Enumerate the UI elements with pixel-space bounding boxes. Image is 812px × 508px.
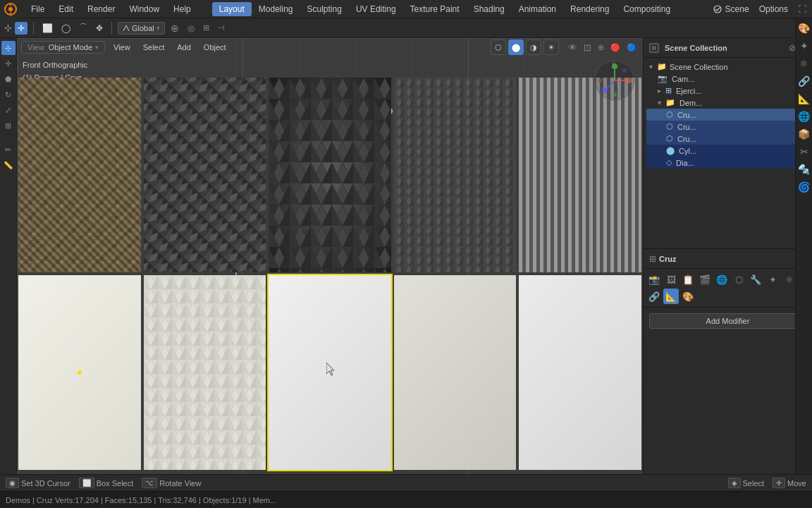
side-icon-obj2[interactable]: 📦 [796,126,812,142]
outliner-item-scene-coll[interactable]: ▾ 📁 Scene Collection 👁 [646,61,809,73]
texture-cell-9[interactable] [517,274,643,471]
menu-window[interactable]: Window [122,2,166,16]
tab-compositing[interactable]: Compositing [616,2,677,16]
select-tool-btn[interactable]: ⊹ [1,41,16,55]
snap-toggle[interactable]: ⊕ [168,23,182,34]
texture-cell-7-selected[interactable] [267,274,393,471]
scene-selector[interactable]: Scene [713,4,749,14]
proportional-edit[interactable]: ◎ [185,23,197,33]
outliner-item-ejerci[interactable]: ▸ ⊞ Ejerci... 👁 [646,85,809,97]
snapping-btn[interactable]: 🔴 [608,43,622,52]
prop-icon-render[interactable]: 📸 [646,272,662,287]
menu-help[interactable]: Help [166,2,198,16]
viewport-shading-group: ⬡ ⬤ ◑ ☀ 👁 ⊡ ⊕ 🔴 🔵 [491,40,639,55]
texture-cell-2[interactable] [267,76,393,274]
texture-cell-1[interactable] [142,76,268,274]
select-mode-icon[interactable]: ⊹ [4,23,12,33]
viewport-overlay-btn[interactable]: 👁 [566,42,579,53]
prop-icon-particles[interactable]: ✦ [765,272,780,287]
prop-icon-scene[interactable]: 🎬 [697,272,713,287]
cru2-label: Cru... [677,123,796,131]
outliner-item-cru1[interactable]: ⬡ Cru... 👁 [646,109,809,121]
proportional-btn[interactable]: 🔵 [625,43,639,52]
prop-icon-constraints[interactable]: 🔗 [646,289,662,304]
options-btn[interactable]: Options [753,2,794,16]
prop-icon-output[interactable]: 🖼 [663,272,679,287]
viewport-mode-selector[interactable]: View Object Mode ▾ [21,41,105,54]
vp-object-btn[interactable]: Object [199,42,230,53]
rotate-icon-btn[interactable]: ↻ [1,87,16,102]
side-icon-constraints[interactable]: 🔗 [796,73,812,89]
prop-icon-data[interactable]: 📐 [663,289,679,304]
prop-icon-world[interactable]: 🌐 [714,272,730,287]
menu-file[interactable]: File [24,2,51,16]
mirror-toggle[interactable]: ⊣ [215,23,228,32]
grab-tool[interactable]: ✥ [93,22,106,35]
texture-cell-0[interactable] [17,76,142,274]
tab-rendering[interactable]: Rendering [563,2,616,16]
right-panel: Scene Collection ⊘ ≡ ▾ 📁 Scene Collectio… [643,38,812,474]
prop-icon-modifier[interactable]: 🔧 [748,272,763,287]
side-icon-particles[interactable]: ✦ [796,38,812,54]
side-icon-material[interactable]: 🌐 [796,109,812,124]
side-icon-paint[interactable]: 🎨 [796,20,812,36]
cursor-tool[interactable]: ✛ [15,22,27,35]
side-icon-uv[interactable]: ✂ [796,144,812,159]
circle-select-tool[interactable]: ◯ [59,22,73,35]
outliner-item-cyl[interactable]: ⬤ Cyl... 👁 [646,145,809,157]
add-modifier-btn[interactable]: Add Modifier [649,313,806,329]
side-icon-scene2[interactable]: 🔩 [796,162,812,177]
prop-icon-material[interactable]: 🎨 [680,289,696,304]
render-btn[interactable]: ☀ [543,40,559,55]
move-hint: ✛ Move [773,478,806,488]
svg-point-35 [612,64,617,69]
cursor-icon-btn[interactable]: ✛ [1,56,16,71]
tab-sculpting[interactable]: Sculpting [300,2,349,16]
prop-icon-object[interactable]: ⬡ [731,272,746,287]
tab-animation[interactable]: Animation [512,2,563,16]
vp-select-btn[interactable]: Select [139,42,169,53]
measure-icon-btn[interactable]: 📏 [1,158,16,172]
texture-cell-3[interactable] [393,76,518,274]
tab-modeling[interactable]: Modeling [252,2,300,16]
menu-render[interactable]: Render [80,2,122,16]
texture-cell-5[interactable] [17,274,142,471]
vp-add-btn[interactable]: Add [173,42,195,53]
outliner-item-cru3[interactable]: ⬡ Cru... 👁 [646,133,809,145]
outliner-item-cru2[interactable]: ⬡ Cru... 👁 [646,121,809,133]
annotate-icon-btn[interactable]: ✏ [1,143,16,157]
solid-btn[interactable]: ⬤ [508,40,524,55]
menu-edit[interactable]: Edit [51,2,80,16]
scene-outliner[interactable]: ▾ 📁 Scene Collection 👁 📷 Cam... 👁 ▸ ⊞ Ej… [644,58,812,248]
lasso-select-tool[interactable]: ⌒ [76,20,90,35]
material-btn[interactable]: ◑ [526,40,541,55]
nav-gizmo[interactable]: X Y Z [593,59,636,102]
side-icon-world2[interactable]: 🌀 [796,179,812,195]
xray-btn[interactable]: ⊡ [582,42,593,53]
move-icon-btn[interactable]: ⬟ [1,72,16,86]
tab-texture-paint[interactable]: Texture Paint [403,2,467,16]
gizmo-btn[interactable]: ⊕ [596,43,606,52]
texture-cell-4[interactable] [517,76,643,274]
outliner-item-demos[interactable]: ▾ 📁 Dem... 👁 [646,97,809,109]
texture-cell-6[interactable] [142,274,268,471]
transform-orientation[interactable]: Global ▾ [118,22,165,35]
scale-icon-btn[interactable]: ⤢ [1,103,16,117]
snap-during-transform[interactable]: ⊞ [200,23,212,32]
outliner-item-camera[interactable]: 📷 Cam... 👁 [646,73,809,85]
prop-panel-icon: ⊞ [649,254,656,264]
texture-cell-8[interactable] [393,274,518,471]
outliner-item-dia[interactable]: ◇ Dia... 👁 [646,157,809,169]
vp-view-btn[interactable]: View [109,42,135,53]
side-icon-physics[interactable]: ⚛ [796,56,812,71]
side-icon-data[interactable]: 📐 [796,91,812,107]
transform-icon-btn[interactable]: ⊞ [1,119,16,133]
tab-shading[interactable]: Shading [467,2,512,16]
3d-viewport[interactable]: View Object Mode ▾ View Select Add Objec… [17,38,643,474]
box-select-tool[interactable]: ⬜ [39,22,56,35]
wireframe-btn[interactable]: ⬡ [491,40,506,55]
tab-uv-editing[interactable]: UV Editing [349,2,403,16]
prop-icon-view-layer[interactable]: 📋 [680,272,696,287]
tab-layout[interactable]: Layout [212,2,252,16]
fullscreen-btn[interactable]: ⛶ [798,4,806,14]
